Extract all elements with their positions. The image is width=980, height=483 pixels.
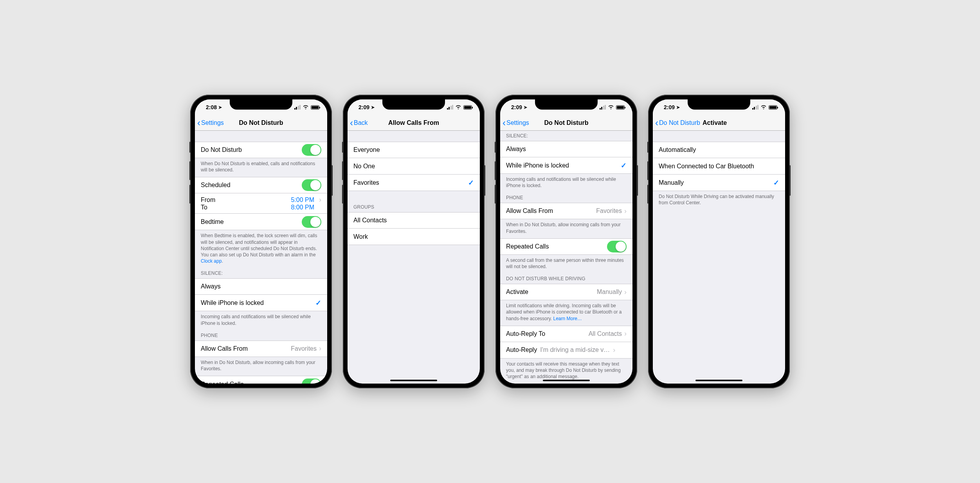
check-icon: ✓ xyxy=(621,161,627,170)
battery-icon xyxy=(769,105,777,110)
chevron-right-icon: › xyxy=(319,344,321,353)
activate-value: Manually xyxy=(597,288,622,296)
while-locked-label: While iPhone is locked xyxy=(201,299,315,306)
all-contacts-label: All Contacts xyxy=(353,217,474,224)
chevron-left-icon: ‹ xyxy=(503,118,506,128)
learn-more-link[interactable]: Learn More… xyxy=(553,316,582,321)
battery-icon xyxy=(463,105,472,110)
toggle-dnd[interactable] xyxy=(302,144,321,156)
signal-icon xyxy=(752,105,759,110)
chevron-left-icon: ‹ xyxy=(350,118,353,128)
phone-4: 2:09➤ ‹ Do Not Disturb Activate Automati… xyxy=(648,95,790,388)
back-label: Do Not Disturb xyxy=(659,119,700,126)
row-work[interactable]: Work xyxy=(348,229,480,245)
location-icon: ➤ xyxy=(218,105,222,110)
repeated-label: Repeated Calls xyxy=(506,243,607,250)
location-icon: ➤ xyxy=(524,105,527,110)
chevron-left-icon: ‹ xyxy=(197,118,200,128)
noone-label: No One xyxy=(353,163,474,170)
clock-app-link[interactable]: Clock app xyxy=(201,258,222,264)
toggle-repeated[interactable] xyxy=(607,241,627,252)
row-schedule-range[interactable]: From 5:00 PM › To 8:00 PM xyxy=(195,193,327,214)
row-manually[interactable]: Manually ✓ xyxy=(653,175,785,191)
manually-footer: Do Not Disturb While Driving can be acti… xyxy=(653,191,785,210)
allow-calls-value: Favorites xyxy=(596,207,622,214)
driving-header: DO NOT DISTURB WHILE DRIVING xyxy=(500,274,632,284)
wifi-icon xyxy=(455,104,461,110)
allow-calls-label: Allow Calls From xyxy=(506,207,596,214)
row-while-locked[interactable]: While iPhone is locked ✓ xyxy=(500,157,632,174)
back-button[interactable]: ‹ Do Not Disturb xyxy=(655,118,700,128)
autoreply-value: I'm driving a mid-size vehicle ri… xyxy=(540,346,611,353)
silence-footer: Incoming calls and notifications will be… xyxy=(500,174,632,193)
time: 2:09 xyxy=(664,104,675,110)
row-automatically[interactable]: Automatically xyxy=(653,142,785,158)
page-title: Activate xyxy=(703,119,727,126)
from-value: 5:00 PM xyxy=(291,196,314,204)
nav-bar: ‹ Do Not Disturb Activate xyxy=(653,115,785,131)
battery-icon xyxy=(616,105,625,110)
autoreplyto-label: Auto-Reply To xyxy=(506,330,589,337)
signal-icon xyxy=(294,105,301,110)
row-autoreply[interactable]: Auto-Reply I'm driving a mid-size vehicl… xyxy=(500,342,632,359)
chevron-right-icon: › xyxy=(624,288,627,296)
row-all-contacts[interactable]: All Contacts xyxy=(348,212,480,229)
row-autoreply-to[interactable]: Auto-Reply To All Contacts › xyxy=(500,326,632,342)
row-everyone[interactable]: Everyone xyxy=(348,142,480,158)
wifi-icon xyxy=(303,104,309,110)
allow-calls-value: Favorites xyxy=(291,345,317,352)
chevron-left-icon: ‹ xyxy=(655,118,658,128)
signal-icon xyxy=(600,105,606,110)
row-favorites[interactable]: Favorites ✓ xyxy=(348,175,480,191)
row-repeated[interactable]: Repeated Calls xyxy=(195,376,327,384)
work-label: Work xyxy=(353,233,474,240)
row-noone[interactable]: No One xyxy=(348,158,480,175)
row-bedtime[interactable]: Bedtime xyxy=(195,214,327,230)
row-dnd[interactable]: Do Not Disturb xyxy=(195,142,327,158)
manually-label: Manually xyxy=(659,179,773,186)
row-scheduled[interactable]: Scheduled xyxy=(195,177,327,193)
to-value: 8:00 PM xyxy=(291,204,314,211)
home-indicator[interactable] xyxy=(543,380,590,381)
back-label: Settings xyxy=(506,119,529,126)
row-while-locked[interactable]: While iPhone is locked ✓ xyxy=(195,295,327,311)
row-always[interactable]: Always xyxy=(500,141,632,157)
allow-footer: When in Do Not Disturb, allow incoming c… xyxy=(195,357,327,376)
battery-icon xyxy=(311,105,319,110)
to-label: To xyxy=(201,204,291,211)
toggle-bedtime[interactable] xyxy=(302,216,321,228)
back-button[interactable]: ‹ Back xyxy=(350,118,368,128)
nav-bar: ‹ Back Allow Calls From xyxy=(348,115,480,131)
back-label: Back xyxy=(354,119,368,126)
always-label: Always xyxy=(506,146,627,153)
toggle-repeated[interactable] xyxy=(302,378,321,384)
home-indicator[interactable] xyxy=(695,380,742,381)
wifi-icon xyxy=(760,104,767,110)
check-icon: ✓ xyxy=(468,178,474,187)
always-label: Always xyxy=(201,283,321,290)
row-bluetooth[interactable]: When Connected to Car Bluetooth xyxy=(653,158,785,175)
while-locked-label: While iPhone is locked xyxy=(506,162,621,169)
location-icon: ➤ xyxy=(676,105,680,110)
nav-bar: ‹ Settings Do Not Disturb xyxy=(195,115,327,131)
row-activate[interactable]: Activate Manually › xyxy=(500,284,632,300)
row-always[interactable]: Always xyxy=(195,278,327,295)
bedtime-footer: When Bedtime is enabled, the lock screen… xyxy=(195,230,327,268)
back-label: Settings xyxy=(201,119,224,126)
toggle-scheduled[interactable] xyxy=(302,179,321,191)
home-indicator[interactable] xyxy=(390,380,437,381)
chevron-right-icon: › xyxy=(624,330,627,338)
time: 2:08 xyxy=(206,104,217,110)
signal-icon xyxy=(447,105,454,110)
row-repeated[interactable]: Repeated Calls xyxy=(500,238,632,255)
scheduled-label: Scheduled xyxy=(201,182,302,189)
row-allow-calls[interactable]: Allow Calls From Favorites › xyxy=(195,341,327,357)
back-button[interactable]: ‹ Settings xyxy=(503,118,529,128)
back-button[interactable]: ‹ Settings xyxy=(197,118,224,128)
location-icon: ➤ xyxy=(371,105,375,110)
row-allow-calls[interactable]: Allow Calls From Favorites › xyxy=(500,203,632,219)
chevron-right-icon: › xyxy=(317,196,321,204)
groups-header: GROUPS xyxy=(348,202,480,212)
activate-footer: Limit notifications while driving. Incom… xyxy=(500,300,632,326)
phone-2: 2:09➤ ‹ Back Allow Calls From Everyone N… xyxy=(343,95,485,388)
